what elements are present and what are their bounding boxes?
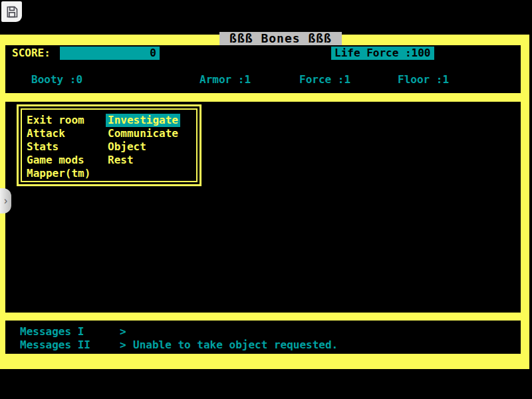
messages-2-label: Messages II — [20, 338, 90, 352]
command-menu: Exit room Attack Stats Game mods Mapper(… — [17, 104, 201, 186]
stat-force: Force :1 — [299, 73, 350, 86]
chevron-right-icon: › — [3, 195, 9, 207]
save-button[interactable] — [1, 1, 22, 22]
game-frame: ßßß Bones ßßß SCORE: 0 Life Force :100 B… — [0, 35, 529, 369]
stat-floor: Floor :1 — [398, 73, 449, 86]
score-bar: 0 — [60, 47, 160, 60]
menu-item-exit-room[interactable]: Exit room — [27, 114, 108, 127]
hud-panel: SCORE: 0 Life Force :100 Booty :0 Armor … — [5, 45, 521, 93]
menu-item-communicate[interactable]: Communicate — [108, 127, 180, 140]
main-panel: Exit room Attack Stats Game mods Mapper(… — [5, 102, 521, 313]
messages-2-prompt: > — [120, 338, 126, 352]
title-bar: ßßß Bones ßßß — [219, 32, 342, 45]
messages-1-label: Messages I — [20, 325, 84, 338]
messages-2-text: Unable to take object requested. — [133, 338, 338, 352]
score-label: SCORE: — [12, 47, 51, 60]
game-screen: ßßß Bones ßßß SCORE: 0 Life Force :100 B… — [0, 0, 532, 399]
floppy-disk-icon — [5, 5, 19, 19]
menu-item-attack[interactable]: Attack — [27, 127, 108, 140]
menu-item-investigate[interactable]: Investigate — [108, 114, 180, 127]
messages-1-prompt: > — [120, 325, 126, 338]
drawer-tab[interactable]: › — [0, 188, 11, 213]
command-menu-inner: Exit room Attack Stats Game mods Mapper(… — [21, 108, 198, 182]
life-force-badge: Life Force :100 — [331, 47, 434, 60]
menu-column-right: Investigate Communicate Object Rest — [108, 114, 180, 181]
messages-panel: Messages I > Messages II > Unable to tak… — [5, 321, 521, 354]
stat-booty: Booty :0 — [31, 73, 82, 86]
stat-armor: Armor :1 — [200, 73, 251, 86]
menu-item-rest[interactable]: Rest — [108, 154, 180, 167]
menu-item-mapper[interactable]: Mapper(tm) — [27, 167, 108, 180]
score-value: 0 — [150, 47, 156, 59]
game-title: ßßß Bones ßßß — [229, 31, 332, 45]
menu-item-object[interactable]: Object — [108, 140, 180, 154]
menu-item-game-mods[interactable]: Game mods — [27, 154, 108, 167]
menu-item-stats[interactable]: Stats — [27, 140, 108, 154]
menu-column-left: Exit room Attack Stats Game mods Mapper(… — [27, 114, 108, 181]
